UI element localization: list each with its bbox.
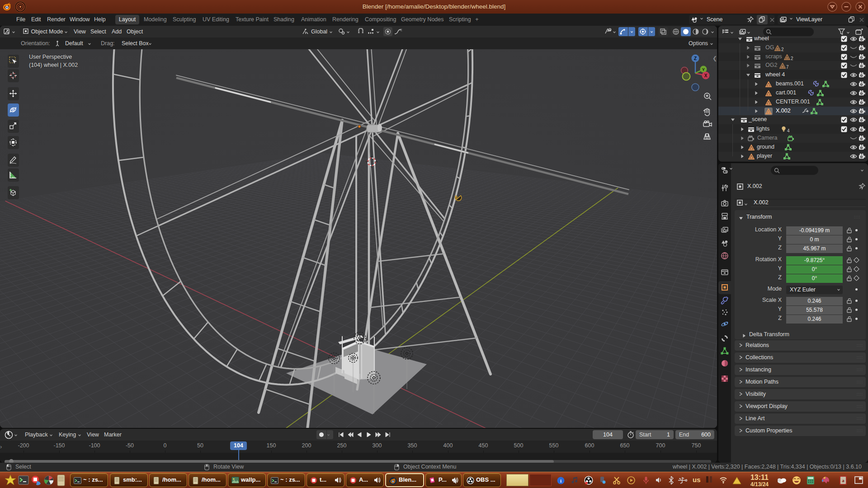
svg-text:a: a <box>842 478 844 483</box>
svg-text:Y: Y <box>702 67 705 72</box>
svg-text:X: X <box>704 73 708 78</box>
svg-text:Z: Z <box>694 56 697 61</box>
svg-text:i: i <box>560 478 561 483</box>
